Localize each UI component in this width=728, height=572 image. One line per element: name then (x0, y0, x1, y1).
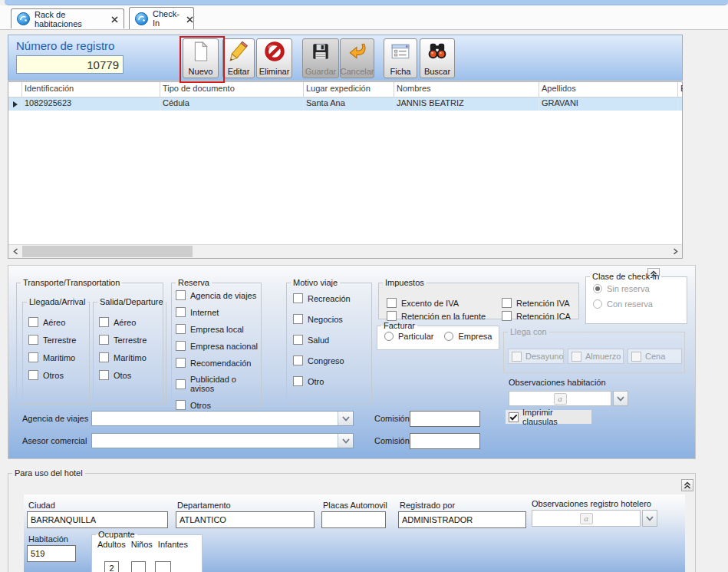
column-header-tipo-documento[interactable]: Tipo de documento (160, 82, 304, 97)
checkbox-excento-iva[interactable]: Excento de IVA (387, 298, 486, 308)
checkbox-salida-terrestre[interactable]: Terrestre (99, 335, 166, 345)
checkbox-motivo-negocios[interactable]: Negocios (293, 314, 371, 324)
column-header-lugar-expedicion[interactable]: Lugar expedición (304, 82, 394, 97)
checkbox-box (387, 298, 397, 308)
ficha-button[interactable]: Ficha (384, 38, 417, 78)
infantes-input[interactable] (155, 561, 171, 572)
checkbox-label: Otros (43, 371, 64, 380)
checkbox-reserva-agencia[interactable]: Agencia de viajes (176, 290, 261, 300)
button-label: Cancelar (340, 67, 374, 76)
hotel-panel: Ciudad Departamento Placas Automovil Reg… (24, 494, 685, 572)
checkbox-desayuno[interactable]: Desayuno (508, 349, 564, 364)
registro-input[interactable] (16, 55, 124, 74)
checkbox-label: Imprimir clausulas (522, 408, 588, 426)
checkbox-motivo-otro[interactable]: Otro (293, 376, 371, 386)
collapse-section-button[interactable] (681, 479, 693, 491)
checkbox-salida-aereo[interactable]: Aéreo (99, 317, 166, 327)
checkbox-retencion-iva[interactable]: Retención IVA (502, 298, 571, 308)
ninos-input[interactable] (131, 561, 146, 572)
checkbox-retencion-ica[interactable]: Retención ICA (502, 311, 571, 321)
checkbox-motivo-congreso[interactable]: Congreso (293, 355, 371, 365)
checkbox-salida-maritimo[interactable]: Marítimo (99, 352, 166, 362)
adultos-input[interactable] (104, 561, 119, 572)
checkbox-llegada-otros[interactable]: Otros (28, 370, 89, 380)
checkbox-reserva-empresa-nacional[interactable]: Empresa nacional (176, 341, 261, 351)
checkbox-llegada-maritimo[interactable]: Maritimo (28, 352, 89, 362)
checkbox-retencion-fuente[interactable]: Retención en la fuente (387, 311, 486, 321)
placas-automovil-input[interactable] (321, 511, 386, 528)
scrollbar-thumb[interactable] (22, 246, 193, 257)
nuevo-button[interactable]: Nuevo (183, 38, 219, 78)
column-header-apellidos[interactable]: Apellidos (539, 82, 678, 97)
checkbox-motivo-salud[interactable]: Salud (293, 335, 371, 345)
tab-check-in[interactable]: Check-In (129, 7, 194, 29)
checkbox-llegada-aereo[interactable]: Aéreo (28, 317, 89, 327)
checkbox-salida-otros[interactable]: Otos (99, 370, 166, 380)
checkbox-cena[interactable]: Cena (628, 349, 682, 364)
radio-particular[interactable]: Particular (384, 332, 433, 341)
checkbox-label: Recomendación (190, 359, 252, 368)
radio-sin-reserva[interactable]: Sin reserva (593, 284, 687, 293)
checkbox-llegada-terrestre[interactable]: Terrestre (28, 335, 89, 345)
editar-button[interactable]: Editar (222, 38, 255, 78)
habitacion-input[interactable] (27, 545, 76, 562)
table-row[interactable]: 1082925623 Cédula Santa Ana JANNIS BEATR… (8, 98, 682, 111)
radio-empresa[interactable]: Empresa (444, 332, 492, 341)
comision-input[interactable] (410, 411, 480, 427)
comision-input[interactable] (410, 433, 480, 449)
close-icon[interactable] (186, 15, 193, 22)
eliminar-button[interactable]: Eliminar (256, 38, 292, 78)
agencia-viajes-combo[interactable] (91, 411, 354, 426)
checkbox-reserva-internet[interactable]: Internet (176, 307, 261, 317)
close-icon[interactable] (111, 15, 118, 22)
asesor-comercial-combo[interactable] (91, 433, 354, 448)
obs-registro-combo[interactable]: a (532, 510, 641, 527)
checkbox-reserva-recomendacion[interactable]: Recomendación (176, 358, 261, 368)
text-memo-icon: a (580, 513, 593, 524)
infantes-label: Infantes (158, 540, 188, 549)
column-header-nombres[interactable]: Nombres (394, 82, 539, 97)
hotel-use-section: Para uso del hotel Ciudad Departamento P… (8, 468, 696, 572)
checkbox-reserva-publicidad[interactable]: Publicidad o avisos (176, 375, 261, 393)
departamento-input[interactable] (176, 511, 315, 528)
window-top-strip (5, 0, 728, 5)
checkbox-motivo-recreacion[interactable]: Recreación (293, 293, 371, 303)
checkbox-label: Desayuno (525, 352, 564, 361)
horizontal-scrollbar[interactable] (8, 244, 682, 258)
registrado-por-input[interactable] (398, 511, 526, 528)
chevron-down-icon[interactable] (338, 412, 353, 425)
group-title: Impuestos (383, 278, 427, 287)
toolbar-panel: Número de registro Nuevo Editar Eliminar… (8, 35, 683, 81)
checkbox-box (28, 352, 38, 362)
obs-habitacion-dropdown-button[interactable] (613, 391, 628, 406)
scroll-left-button[interactable] (9, 246, 21, 257)
checkbox-box (176, 290, 186, 300)
cancelar-button[interactable]: Cancelar (340, 38, 374, 78)
registro-label: Número de registro (16, 39, 114, 52)
checkbox-almuerzo[interactable]: Almuerzo (568, 349, 624, 364)
new-document-icon (191, 41, 211, 61)
group-title: Clase de check-in (590, 272, 661, 281)
button-label: Eliminar (259, 67, 290, 76)
checkbox-label: Terrestre (43, 336, 76, 345)
scroll-right-button[interactable] (669, 246, 681, 257)
guardar-button[interactable]: Guardar (302, 38, 339, 78)
ciudad-input[interactable] (27, 511, 168, 528)
radio-circle (444, 332, 453, 341)
checkbox-imprimir-clausulas[interactable]: Imprimir clausulas (506, 410, 591, 424)
row-selector-arrow-icon (13, 101, 18, 107)
checkbox-reserva-otros[interactable]: Otros (176, 400, 261, 410)
group-title: Ocupante (96, 530, 137, 539)
checkbox-label: Aéreo (114, 318, 136, 327)
radio-con-reserva[interactable]: Con reserva (593, 299, 687, 309)
checkbox-reserva-empresa-local[interactable]: Empresa local (176, 324, 261, 334)
obs-registro-dropdown-button[interactable] (642, 510, 657, 527)
tab-rack-de-habitaciones[interactable]: Rack de habitaciones (11, 8, 124, 28)
column-header-partial[interactable]: E (678, 82, 683, 97)
button-label: Nuevo (189, 67, 213, 76)
column-header-identificacion[interactable]: Identificación (22, 82, 160, 97)
obs-habitacion-combo[interactable]: a (509, 391, 611, 406)
buscar-button[interactable]: Buscar (420, 38, 455, 78)
obs-registro-label: Observaciones registro hotelero (532, 499, 651, 508)
chevron-down-icon[interactable] (338, 434, 353, 448)
